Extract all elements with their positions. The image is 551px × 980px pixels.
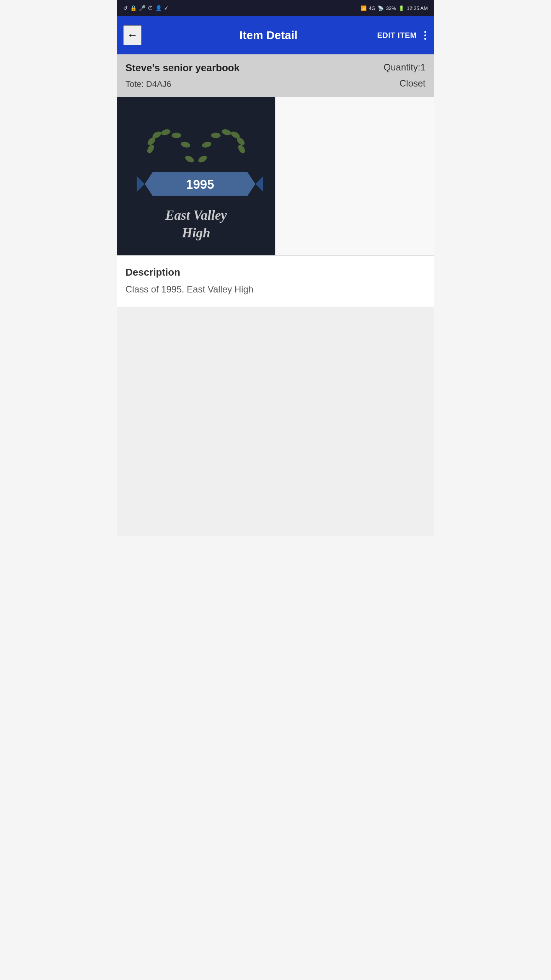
svg-text:East Valley: East Valley [165,208,227,223]
battery-percent: 32% [386,5,396,11]
yearbook-svg: 1995 East Valley High [117,97,275,255]
item-header-right: Quantity:1 Closet [384,62,425,89]
network-type: 4G [369,5,375,11]
item-tote: Tote: D4AJ6 [126,79,240,89]
item-location: Closet [399,78,425,89]
page-title: Item Detail [145,29,393,42]
image-cell-2[interactable] [276,97,434,255]
yearbook-cover: 1995 East Valley High [117,97,275,255]
dot-1 [424,31,426,33]
status-bar: ↺ 🔒 🎤 ⏱ 👤 ✓ 📶 4G 📡 32% 🔋 12:25 AM [117,0,434,16]
image-placeholder [276,97,434,255]
content-area [117,307,434,536]
status-icon-6: ✓ [164,5,169,11]
image-cell-1[interactable]: 1995 East Valley High [117,97,276,255]
status-right-info: 📶 4G 📡 32% 🔋 12:25 AM [360,5,428,11]
svg-text:High: High [181,225,210,240]
dot-3 [424,38,426,40]
signal-icon: 📡 [378,5,384,11]
item-quantity: Quantity:1 [384,62,425,73]
dot-2 [424,34,426,36]
description-section: Description Class of 1995. East Valley H… [117,256,434,307]
edit-item-button[interactable]: EDIT ITEM [377,31,417,40]
status-icon-5: 👤 [155,5,162,11]
item-header-left: Steve's senior yearbook Tote: D4AJ6 [126,62,240,89]
status-icon-3: 🎤 [139,5,145,11]
item-name: Steve's senior yearbook [126,62,240,74]
svg-point-12 [211,132,221,138]
clock: 12:25 AM [407,5,428,11]
svg-text:1995: 1995 [186,177,214,191]
status-left-icons: ↺ 🔒 🎤 ⏱ 👤 ✓ [123,5,169,11]
back-button[interactable]: ← [123,25,142,45]
status-icon-2: 🔒 [130,5,137,11]
description-title: Description [126,266,425,278]
app-bar: ← Item Detail EDIT ITEM [117,16,434,54]
status-icon-1: ↺ [123,5,128,11]
more-options-button[interactable] [423,29,428,41]
item-header: Steve's senior yearbook Tote: D4AJ6 Quan… [117,54,434,97]
image-grid: 1995 East Valley High [117,97,434,256]
status-icon-4: ⏱ [148,5,153,11]
description-text: Class of 1995. East Valley High [126,283,425,296]
battery-icon: 🔋 [398,5,404,11]
wifi-icon: 📶 [360,5,367,11]
app-bar-actions: EDIT ITEM [377,29,428,41]
svg-point-5 [171,132,181,138]
